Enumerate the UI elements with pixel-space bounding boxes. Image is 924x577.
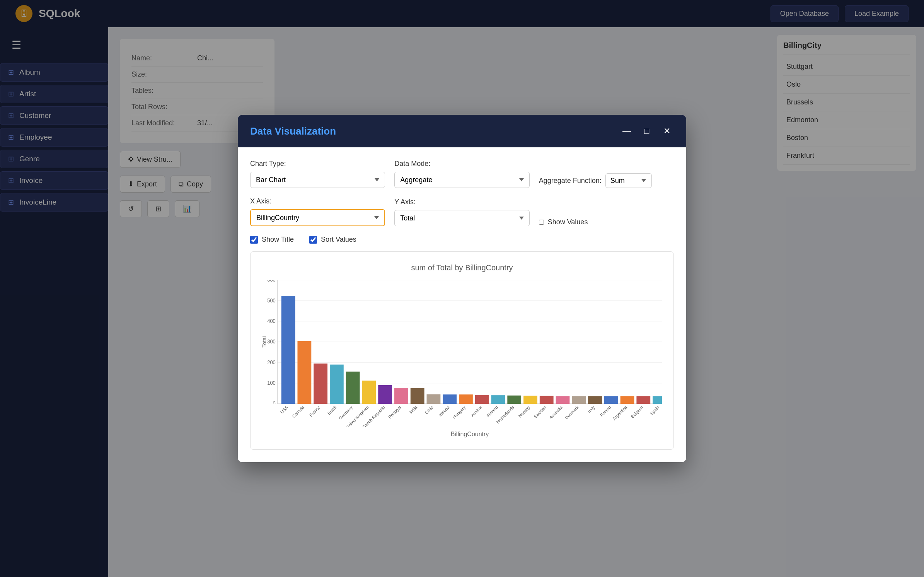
chart-area: sum of Total by BillingCountry (250, 251, 674, 450)
bar-brazil (330, 365, 344, 404)
bar-india (411, 388, 424, 404)
svg-text:France: France (309, 405, 321, 418)
bar-austria (475, 395, 489, 404)
modal-header: Data Visualization — □ ✕ (238, 115, 686, 147)
bar-argentina (621, 396, 634, 404)
svg-text:Italy: Italy (587, 405, 596, 414)
y-axis-group: Y Axis: Total InvoiceId (394, 198, 529, 226)
svg-text:Germany: Germany (338, 405, 354, 421)
bar-norway (523, 396, 537, 404)
svg-text:Hungary: Hungary (452, 405, 467, 420)
svg-text:Spain: Spain (649, 405, 660, 416)
svg-text:Sweden: Sweden (533, 405, 547, 419)
bar-australia (556, 396, 570, 404)
bar-usa (281, 296, 295, 404)
x-axis-title: BillingCountry (278, 431, 662, 438)
svg-text:200: 200 (267, 359, 276, 365)
chart-type-select[interactable]: Bar Chart Line Chart Pie Chart (250, 172, 385, 188)
maximize-button[interactable]: □ (640, 124, 654, 138)
aggregate-function-label: Aggregate Function: (539, 177, 602, 185)
svg-text:Total: Total (262, 336, 267, 347)
x-axis-group: X Axis: BillingCountry BillingCity Total (250, 197, 385, 226)
data-mode-select[interactable]: Aggregate Raw (394, 172, 529, 188)
bar-ireland (443, 394, 457, 404)
show-values-group: Show Values (539, 207, 674, 226)
sort-values-label[interactable]: Sort Values (321, 236, 356, 244)
svg-text:Brazil: Brazil (327, 405, 338, 416)
bar-poland (604, 396, 618, 404)
chart-type-label: Chart Type: (250, 160, 385, 168)
bar-portugal (394, 388, 408, 404)
bar-denmark (572, 396, 586, 404)
x-axis-select[interactable]: BillingCountry BillingCity Total (250, 209, 385, 226)
svg-text:Finland: Finland (486, 405, 499, 418)
svg-text:India: India (408, 405, 418, 415)
svg-text:600: 600 (267, 280, 276, 283)
svg-text:500: 500 (267, 297, 276, 304)
chart-title: sum of Total by BillingCountry (262, 263, 662, 272)
x-axis-labels: USA Canada France Brazil Germany United … (262, 404, 662, 427)
svg-text:USA: USA (280, 405, 289, 414)
data-visualization-modal: Data Visualization — □ ✕ Chart Type: Bar… (238, 115, 686, 462)
aggregate-group: Aggregate Function: Sum Count Average (539, 162, 674, 188)
svg-text:Argentina: Argentina (612, 405, 628, 421)
show-values-checkbox[interactable] (539, 220, 544, 225)
form-row-1: Chart Type: Bar Chart Line Chart Pie Cha… (250, 160, 674, 188)
modal-body: Chart Type: Bar Chart Line Chart Pie Cha… (238, 147, 686, 462)
svg-text:Netherlands: Netherlands (496, 405, 515, 425)
form-row-2: X Axis: BillingCountry BillingCity Total… (250, 197, 674, 226)
minimize-button[interactable]: — (620, 124, 634, 138)
show-title-label[interactable]: Show Title (262, 236, 294, 244)
bar-uk (362, 381, 376, 404)
y-axis-select[interactable]: Total InvoiceId (394, 210, 529, 226)
data-mode-label: Data Mode: (394, 160, 529, 168)
show-values-label[interactable]: Show Values (548, 218, 588, 226)
svg-text:Ireland: Ireland (438, 405, 450, 417)
show-title-checkbox[interactable] (250, 236, 258, 244)
bar-germany (346, 372, 360, 404)
bar-belgium (636, 396, 650, 404)
sort-values-group: Sort Values (309, 236, 356, 244)
svg-text:400: 400 (267, 318, 276, 324)
close-button[interactable]: ✕ (660, 124, 674, 138)
bar-france (314, 364, 327, 404)
svg-text:Australia: Australia (548, 405, 563, 420)
svg-text:Canada: Canada (291, 405, 305, 418)
svg-text:0: 0 (273, 401, 276, 404)
bar-sweden (540, 396, 554, 404)
svg-text:Chile: Chile (424, 405, 434, 415)
modal-overlay: Data Visualization — □ ✕ Chart Type: Bar… (0, 0, 924, 577)
svg-text:Portugal: Portugal (387, 405, 402, 419)
svg-text:300: 300 (267, 339, 276, 345)
svg-text:Poland: Poland (599, 405, 612, 418)
modal-window-controls: — □ ✕ (620, 124, 674, 138)
data-mode-group: Data Mode: Aggregate Raw (394, 160, 529, 188)
svg-text:100: 100 (267, 380, 276, 386)
bar-chart: 0 100 200 300 400 500 600 Total (262, 280, 662, 404)
sort-values-checkbox[interactable] (309, 236, 317, 244)
bar-hungary (459, 394, 473, 404)
form-row-3: Show Title Sort Values (250, 236, 674, 244)
bar-italy (588, 396, 602, 404)
svg-text:Austria: Austria (470, 405, 483, 417)
bar-spain (653, 396, 662, 404)
chart-type-group: Chart Type: Bar Chart Line Chart Pie Cha… (250, 160, 385, 188)
x-axis-label: X Axis: (250, 197, 385, 205)
bar-canada (297, 341, 311, 404)
bar-czech (378, 385, 392, 404)
show-title-group: Show Title (250, 236, 294, 244)
bar-finland (491, 395, 505, 404)
bar-chile (427, 394, 441, 404)
aggregate-function-select[interactable]: Sum Count Average (605, 173, 652, 188)
modal-title: Data Visualization (250, 125, 336, 137)
svg-text:Norway: Norway (518, 405, 531, 418)
bar-netherlands (507, 396, 521, 404)
svg-text:Denmark: Denmark (564, 405, 580, 420)
y-axis-label: Y Axis: (394, 198, 529, 206)
svg-text:Belgium: Belgium (630, 405, 644, 419)
